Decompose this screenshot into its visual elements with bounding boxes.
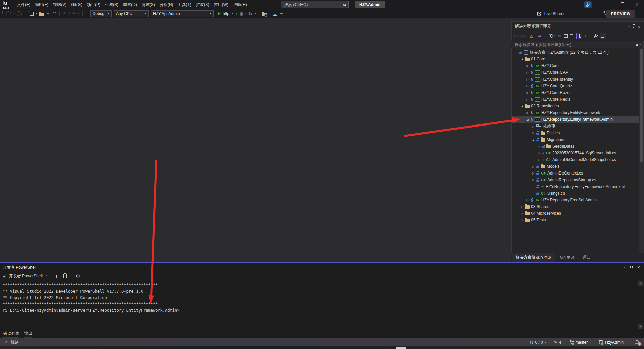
collapsed-icon[interactable]: ▷	[520, 219, 524, 222]
tree-item[interactable]: C#Usings.cs	[512, 190, 644, 197]
iis-express-icon[interactable]	[273, 12, 277, 16]
minimize-button[interactable]: –	[599, 0, 610, 9]
tree-item[interactable]: ▷C#HZY.Core.CAP	[512, 69, 644, 76]
redo-dropdown-icon[interactable]: ▾	[78, 12, 79, 15]
collapsed-icon[interactable]: ▷	[520, 212, 524, 215]
find-in-files-button[interactable]	[262, 13, 267, 16]
expanded-icon[interactable]: ◢	[531, 138, 535, 141]
platform-dropdown[interactable]: Any CPU▾	[114, 10, 149, 17]
collapsed-icon[interactable]: ▷	[526, 78, 529, 81]
tree-item[interactable]: </>HZY.Repository.EntityFramework.Admin.…	[512, 183, 644, 190]
collapsed-icon[interactable]: ▷	[537, 158, 541, 161]
restore-button[interactable]	[616, 0, 627, 9]
scroll-down-icon[interactable]: ▾	[638, 324, 643, 329]
window-position-dropdown-icon[interactable]: ▾	[624, 266, 625, 269]
collapsed-icon[interactable]: ▷	[520, 205, 524, 208]
tree-item[interactable]: ▷依赖项	[512, 123, 644, 130]
collapsed-icon[interactable]: ▷	[531, 165, 535, 168]
feedback-button[interactable]	[601, 10, 606, 17]
switch-views-icon[interactable]: ∞	[537, 33, 543, 39]
tree-item[interactable]: ▷Models	[512, 163, 644, 170]
expanded-icon[interactable]: ◢	[520, 105, 524, 108]
toolbar-grip[interactable]	[2, 11, 3, 16]
tree-item[interactable]: ▷C#AdminRepositoryStartup.cs	[512, 177, 644, 183]
collapsed-icon[interactable]: ▷	[526, 111, 529, 114]
explorer-back-button[interactable]: ←	[514, 34, 519, 38]
tree-item[interactable]: ∞解决方案 'HZY.Admin' (12 个项目，共 12 个)	[512, 49, 644, 56]
collapsed-icon[interactable]: ▷	[537, 152, 541, 155]
panel-drag-grip[interactable]	[40, 267, 620, 269]
scroll-up-icon[interactable]: ▴	[638, 281, 643, 286]
menu-item-8[interactable]: 分析(N)	[157, 0, 176, 9]
menu-item-12[interactable]: 帮助(H)	[231, 0, 249, 9]
undo-dropdown-icon[interactable]: ▾	[69, 12, 70, 15]
show-all-files-dropdown-icon[interactable]: ▾	[585, 35, 586, 37]
configuration-dropdown[interactable]: Debug▾	[90, 10, 112, 17]
notifications-bell-button[interactable]	[635, 340, 640, 345]
solution-explorer-header[interactable]: 解决方案资源管理器 ▾ ×	[511, 21, 644, 31]
collapsed-icon[interactable]: ▷	[531, 125, 535, 128]
paste-icon[interactable]	[63, 274, 67, 278]
open-folder-button[interactable]	[39, 13, 44, 16]
collapsed-icon[interactable]: ▷	[526, 64, 529, 67]
tree-item[interactable]: ◢Migrations	[512, 136, 644, 143]
scope-to-this-icon[interactable]	[570, 34, 574, 38]
navigate-back-button[interactable]: ←	[6, 11, 11, 16]
pin-icon[interactable]	[630, 266, 633, 269]
panel-tab-1[interactable]: Git 更改	[557, 253, 578, 262]
collapsed-icon[interactable]: ▷	[526, 71, 529, 74]
menu-item-5[interactable]: 生成(B)	[103, 0, 121, 9]
tree-item[interactable]: ▷03 Shared	[512, 203, 644, 210]
live-share-button[interactable]: Live Share	[537, 9, 564, 18]
copy-icon[interactable]	[56, 274, 60, 278]
menu-item-2[interactable]: 视图(V)	[51, 0, 69, 9]
window-position-dropdown-icon[interactable]: ▾	[628, 25, 630, 28]
start-without-debugging-button[interactable]: ▷	[235, 12, 238, 16]
panel-tab-2[interactable]: 通知	[579, 253, 594, 262]
new-project-dropdown-icon[interactable]: ▾	[36, 12, 37, 15]
panel-tab-0[interactable]: 解决方案资源管理器	[512, 253, 555, 262]
sync-with-active-document-icon[interactable]: ⇄	[558, 34, 561, 38]
preview-feature-button[interactable]: PREVIEW	[606, 10, 635, 18]
tree-item[interactable]: ▷04 Microservices	[512, 210, 644, 217]
collapsed-icon[interactable]: ▷	[531, 132, 535, 135]
tree-item[interactable]: ▷+C#20230530015744_SqlServer_init.cs	[512, 150, 644, 156]
close-window-button[interactable]: ×	[631, 0, 643, 9]
collapsed-icon[interactable]: ▷	[526, 85, 529, 88]
save-button[interactable]	[46, 12, 50, 16]
pending-edits-status[interactable]: ✎ 4	[554, 340, 561, 345]
shell-selector-label[interactable]: 开发者 PowerShell	[9, 273, 43, 279]
git-sync-status[interactable]: ↑↓ 0 / 0 ▴	[529, 340, 546, 345]
hot-reload-dropdown-icon[interactable]: ▾	[245, 12, 247, 15]
shell-selector-dropdown-icon[interactable]: ▾	[46, 275, 48, 277]
tree-item[interactable]: ▷+C#AdminDbContextModelSnapshot.cs	[512, 156, 644, 163]
terminal-output[interactable]: ****************************************…	[0, 280, 644, 314]
tree-item[interactable]: ▷Entities	[512, 130, 644, 136]
expanded-icon[interactable]: ◢	[520, 58, 524, 61]
show-all-files-button[interactable]	[576, 33, 582, 39]
run-profile-label[interactable]: http	[223, 11, 229, 16]
pin-icon[interactable]	[632, 24, 635, 28]
close-panel-icon[interactable]: ×	[637, 265, 640, 270]
collapsed-icon[interactable]: ▷	[531, 172, 535, 175]
new-project-button[interactable]	[30, 12, 34, 16]
menu-item-1[interactable]: 编辑(E)	[33, 0, 51, 9]
menu-item-0[interactable]: 文件(F)	[15, 0, 33, 9]
redo-button[interactable]: ↷	[72, 12, 75, 16]
collapsed-icon[interactable]: ▷	[531, 179, 535, 182]
menu-item-11[interactable]: 窗口(W)	[212, 0, 231, 9]
menu-item-10[interactable]: 扩展(X)	[194, 0, 212, 9]
restart-dropdown-icon[interactable]: ▾	[255, 12, 256, 15]
tree-item[interactable]: ▷C#AdminDbContext.cs	[512, 170, 644, 177]
solution-name-badge[interactable]: HZY.Admin	[355, 1, 385, 8]
terminal-scrollbar[interactable]: ▴ ▾	[637, 280, 644, 330]
start-debugging-button[interactable]	[218, 12, 221, 15]
restart-app-button[interactable]: ↻	[248, 11, 252, 16]
run-profile-dropdown-icon[interactable]: ▾	[232, 12, 233, 15]
user-avatar[interactable]: 郝	[584, 1, 592, 8]
preview-selected-items-button[interactable]	[600, 33, 606, 39]
menu-item-4[interactable]: 项目(P)	[85, 0, 103, 9]
tree-item[interactable]: ◢C#HZY.Repository.EntityFramework.Admin	[512, 116, 644, 123]
terminal-tab-label[interactable]: 开发者 PowerShell	[3, 265, 36, 270]
git-branch-status[interactable]: master ▴	[570, 340, 591, 345]
